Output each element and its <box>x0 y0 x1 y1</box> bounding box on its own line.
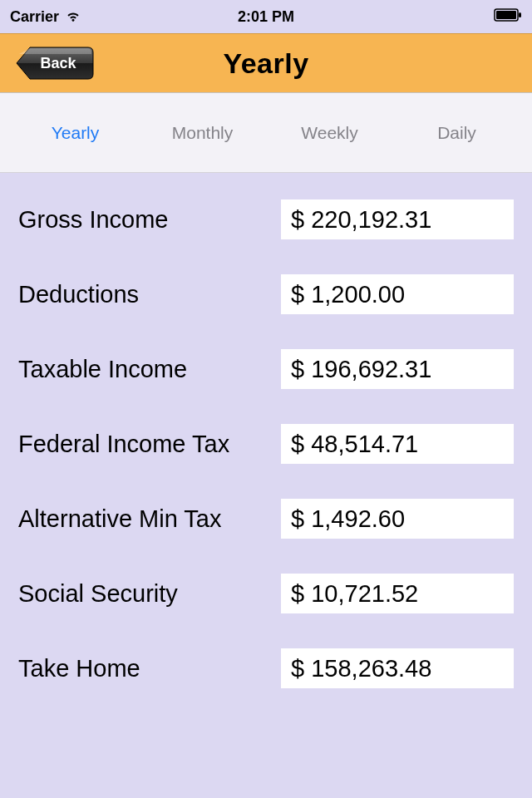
row-amt: Alternative Min Tax $ 1,492.60 <box>18 499 514 539</box>
label-amt: Alternative Min Tax <box>18 505 276 533</box>
label-social-security: Social Security <box>18 580 276 608</box>
content-area: Gross Income $ 220,192.31 Deductions $ 1… <box>0 173 532 688</box>
battery-icon <box>494 8 522 26</box>
back-button-label: Back <box>40 55 76 71</box>
wifi-icon <box>64 7 82 27</box>
label-gross-income: Gross Income <box>18 206 276 234</box>
row-taxable-income: Taxable Income $ 196,692.31 <box>18 349 514 389</box>
label-take-home: Take Home <box>18 655 276 682</box>
value-gross-income: $ 220,192.31 <box>281 200 514 239</box>
value-taxable-income: $ 196,692.31 <box>281 349 514 389</box>
tab-daily[interactable]: Daily <box>393 123 520 143</box>
label-taxable-income: Taxable Income <box>18 356 276 383</box>
value-amt: $ 1,492.60 <box>281 499 514 539</box>
nav-bar: Back Yearly <box>0 33 532 93</box>
svg-rect-1 <box>496 11 516 19</box>
status-bar: Carrier 2:01 PM <box>0 0 532 33</box>
value-social-security: $ 10,721.52 <box>281 574 514 613</box>
value-federal-tax: $ 48,514.71 <box>281 424 514 464</box>
tab-bar: Yearly Monthly Weekly Daily <box>0 93 532 173</box>
row-social-security: Social Security $ 10,721.52 <box>18 574 514 613</box>
row-take-home: Take Home $ 158,263.48 <box>18 648 514 688</box>
tab-yearly[interactable]: Yearly <box>12 123 139 143</box>
tab-weekly[interactable]: Weekly <box>266 123 393 143</box>
label-deductions: Deductions <box>18 281 276 308</box>
clock-label: 2:01 PM <box>238 8 294 25</box>
value-deductions: $ 1,200.00 <box>281 274 514 314</box>
row-federal-tax: Federal Income Tax $ 48,514.71 <box>18 424 514 464</box>
tab-monthly[interactable]: Monthly <box>139 123 266 143</box>
value-take-home: $ 158,263.48 <box>281 648 514 688</box>
svg-rect-2 <box>519 12 521 17</box>
page-title: Yearly <box>223 47 308 80</box>
row-gross-income: Gross Income $ 220,192.31 <box>18 200 514 239</box>
row-deductions: Deductions $ 1,200.00 <box>18 274 514 314</box>
carrier-label: Carrier <box>10 8 59 26</box>
back-button[interactable]: Back <box>15 46 95 81</box>
label-federal-tax: Federal Income Tax <box>18 431 276 458</box>
